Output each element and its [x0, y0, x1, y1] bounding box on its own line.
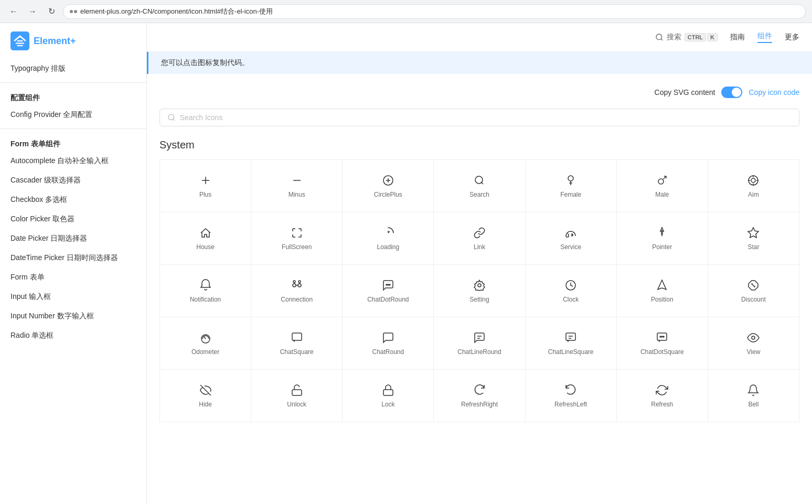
icon-search-bar[interactable] [159, 109, 799, 126]
icon-cell-name: Lock [381, 401, 394, 408]
plus-icon [199, 174, 212, 187]
sidebar-form-section: Form 表单组件 [0, 133, 146, 151]
sidebar-item-config-provider[interactable]: Config Provider 全局配置 [0, 105, 146, 124]
icon-cell-refresh-left[interactable]: RefreshLeft [526, 370, 617, 422]
icon-cell-clock[interactable]: Clock [526, 265, 617, 317]
icon-cell-bell[interactable]: Bell [708, 370, 799, 422]
nav-components[interactable]: 组件 [757, 31, 772, 43]
icon-cell-link[interactable]: Link [434, 212, 525, 265]
header-search[interactable]: 搜索 CTRL K [655, 33, 718, 42]
search-icons-input[interactable] [180, 113, 792, 122]
address-bar[interactable]: element-plus.org/zh-CN/component/icon.ht… [63, 4, 806, 19]
sidebar-item-form-0[interactable]: Autocomplete 自动补全输入框 [0, 151, 146, 170]
svg-rect-53 [292, 390, 302, 395]
view-icon [747, 331, 760, 344]
odometer-icon [199, 331, 212, 344]
icon-cell-chat-round[interactable]: ChatRound [343, 317, 434, 370]
icon-cell-unlock[interactable]: Unlock [251, 370, 343, 422]
loading-icon [382, 227, 394, 239]
icon-cell-lock[interactable]: Lock [343, 370, 434, 422]
lock-icon [382, 384, 394, 396]
discount-icon [747, 279, 760, 292]
sidebar-config-section: 配置组件 [0, 87, 146, 105]
icon-cell-discount[interactable]: Discount [708, 265, 799, 317]
icon-cell-circle-plus[interactable]: CirclePlus [343, 160, 434, 212]
sidebar-divider-1 [0, 82, 146, 83]
back-button[interactable]: ← [6, 4, 21, 19]
chat-dot-square-icon [656, 331, 668, 344]
sidebar-item-form-2[interactable]: Checkbox 多选框 [0, 190, 146, 209]
icon-cell-chat-line-round[interactable]: ChatLineRound [434, 317, 525, 370]
chat-line-square-icon [564, 331, 577, 344]
icon-cell-aim[interactable]: Aim [708, 160, 799, 212]
icon-cell-service[interactable]: Service [526, 212, 617, 265]
icon-cell-refresh[interactable]: Refresh [617, 370, 708, 422]
icon-cell-name: ChatRound [372, 348, 404, 356]
icon-cell-connection[interactable]: Connection [251, 265, 343, 317]
pointer-icon [656, 227, 668, 239]
svg-point-37 [478, 284, 481, 287]
copy-svg-toggle[interactable] [721, 87, 742, 98]
icon-cell-notification[interactable]: Notification [160, 265, 251, 317]
icon-cell-name: Unlock [287, 401, 306, 408]
copy-toggle-bar: Copy SVG content Copy icon code [159, 87, 799, 98]
icon-cell-plus[interactable]: Plus [160, 160, 251, 212]
nav-more[interactable]: 更多 [785, 33, 799, 42]
copy-icon-code-link[interactable]: Copy icon code [749, 88, 799, 96]
url-text: element-plus.org/zh-CN/component/icon.ht… [80, 7, 273, 16]
svg-point-51 [752, 336, 755, 339]
icon-cell-view[interactable]: View [708, 317, 799, 370]
icon-cell-position[interactable]: Position [617, 265, 708, 317]
icon-cell-name: ChatLineSquare [548, 348, 594, 356]
icon-cell-chat-dot-round[interactable]: ChatDotRound [343, 265, 434, 317]
icon-cell-pointer[interactable]: Pointer [617, 212, 708, 265]
icon-cell-name: Male [655, 191, 669, 198]
sidebar-item-form-9[interactable]: Radio 单选框 [0, 326, 146, 345]
icon-cell-refresh-right[interactable]: RefreshRight [434, 370, 525, 422]
sidebar-item-form-5[interactable]: DateTime Picker 日期时间选择器 [0, 248, 146, 267]
reload-button[interactable]: ↻ [44, 4, 59, 19]
refresh-right-icon [473, 384, 486, 396]
sidebar-item-form-6[interactable]: Form 表单 [0, 267, 146, 287]
sidebar-item-form-8[interactable]: Input Number 数字输入框 [0, 306, 146, 326]
icon-cell-name: Plus [199, 191, 211, 198]
connection-icon [291, 279, 303, 292]
svg-point-36 [389, 284, 390, 285]
star-icon [747, 227, 760, 239]
icon-cell-name: Service [560, 243, 581, 251]
icon-cell-chat-line-square[interactable]: ChatLineSquare [526, 317, 617, 370]
sidebar-form-items: Autocomplete 自动补全输入框Cascader 级联选择器Checkb… [0, 151, 146, 345]
icon-cell-odometer[interactable]: Odometer [160, 317, 251, 370]
icon-cell-star[interactable]: Star [708, 212, 799, 265]
sidebar-item-form-1[interactable]: Cascader 级联选择器 [0, 170, 146, 190]
icon-cell-name: Clock [563, 296, 579, 303]
icon-cell-name: Refresh [651, 401, 673, 408]
icon-cell-chat-square[interactable]: ChatSquare [251, 317, 343, 370]
icon-cell-name: Star [747, 243, 759, 251]
icon-cell-female[interactable]: Female [526, 160, 617, 212]
icon-cell-male[interactable]: Male [617, 160, 708, 212]
icon-cell-setting[interactable]: Setting [434, 265, 525, 317]
svg-line-52 [200, 385, 211, 395]
link-icon [473, 227, 486, 239]
sidebar-item-form-3[interactable]: Color Picker 取色器 [0, 209, 146, 229]
icon-cell-loading[interactable]: Loading [343, 212, 434, 265]
icon-cell-minus[interactable]: Minus [251, 160, 343, 212]
sidebar-divider-2 [0, 128, 146, 129]
sidebar-item-form-4[interactable]: Date Picker 日期选择器 [0, 229, 146, 248]
icon-cell-fullscreen[interactable]: FullScreen [251, 212, 343, 265]
sidebar-item-typography[interactable]: Typography 排版 [0, 59, 146, 78]
icon-cell-chat-dot-square[interactable]: ChatDotSquare [617, 317, 708, 370]
forward-button[interactable]: → [25, 4, 40, 19]
nav-guide[interactable]: 指南 [730, 33, 745, 42]
setting-icon [473, 279, 486, 292]
icon-cell-name: Notification [190, 296, 221, 303]
icon-cell-house[interactable]: House [160, 212, 251, 265]
sidebar-item-form-7[interactable]: Input 输入框 [0, 287, 146, 306]
icon-cell-name: Aim [748, 191, 759, 198]
icon-cell-name: CirclePlus [374, 191, 402, 198]
svg-marker-26 [748, 228, 758, 238]
icon-cell-hide[interactable]: Hide [160, 370, 251, 422]
system-section-heading: System [159, 139, 799, 151]
icon-cell-search[interactable]: Search [434, 160, 525, 212]
